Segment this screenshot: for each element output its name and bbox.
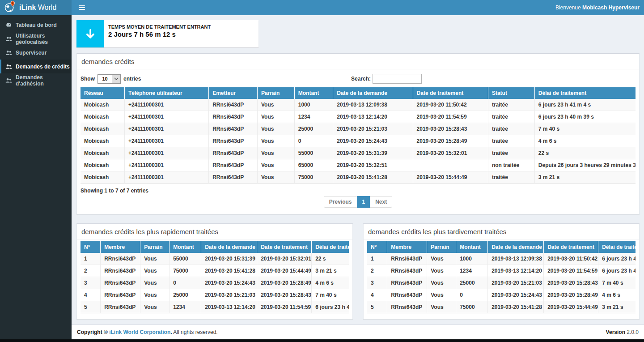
stat-value: 2 Jours 7 h 56 m 12 s xyxy=(108,30,211,38)
table-cell: RRnsi643dP xyxy=(209,135,258,147)
sidebar-item-demandes-adhesion[interactable]: Demandes d'adhésion xyxy=(0,73,72,87)
table-cell: +24111000301 xyxy=(124,99,208,111)
table-row: 2RRnsi643dPVous12342019-03-13 12:14:2020… xyxy=(367,265,636,277)
table-cell: Mobicash xyxy=(80,147,124,159)
table-cell: 55000 xyxy=(294,147,333,159)
latest-treated-panel: demandes crédits les plus tardivement tr… xyxy=(363,223,640,319)
table-cell: 2019-03-20 15:24:43 xyxy=(201,277,257,289)
column-header-n: N° xyxy=(80,241,101,253)
pagination-next-button[interactable]: Next xyxy=(370,196,392,208)
search-label: Search: xyxy=(351,76,371,82)
pagination-page-1-button[interactable]: 1 xyxy=(357,196,371,208)
column-header-date-de-la-demande[interactable]: Date de la demande xyxy=(333,87,413,99)
column-header-montant[interactable]: Montant xyxy=(294,87,333,99)
column-header-parrain[interactable]: Parrain xyxy=(257,87,294,99)
entries-label: entries xyxy=(123,76,141,82)
column-header-emetteur[interactable]: Emetteur xyxy=(209,87,258,99)
sidebar-item-tableau-de-bord[interactable]: Tableau de bord xyxy=(0,18,72,32)
table-cell: 2019-03-20 15:21:03 xyxy=(333,123,413,135)
table-cell: +24111000301 xyxy=(124,135,208,147)
table-cell: Vous xyxy=(257,159,294,171)
table-cell: 2019-03-20 15:28:43 xyxy=(413,123,488,135)
sidebar-item-superviseur[interactable]: Superviseur xyxy=(0,46,72,60)
table-cell: 3 m 21 s xyxy=(534,171,636,184)
table-cell: Vous xyxy=(257,123,294,135)
table-cell: traitée xyxy=(488,123,534,135)
company-link[interactable]: iLink World Corporation xyxy=(109,329,170,335)
column-header-d-lai-de-traitement[interactable]: Délai de traitement xyxy=(534,87,636,99)
sidebar-item-label: Demandes de crédits xyxy=(16,64,70,70)
table-cell: RRnsi643dP xyxy=(387,253,427,265)
table-cell: Vous xyxy=(257,135,294,147)
table-cell: 4 xyxy=(367,289,387,301)
page-length-select[interactable]: 10 xyxy=(97,74,121,84)
table-row: 1RRnsi643dPVous550002019-03-20 15:31:392… xyxy=(80,253,349,265)
column-header-statut[interactable]: Statut xyxy=(488,87,534,99)
table-cell: 3 xyxy=(80,277,101,289)
table-cell: Vous xyxy=(257,147,294,159)
table-cell: 2019-03-20 15:32:51 xyxy=(333,159,413,171)
table-row: Mobicash+24111000301RRnsi643dPVous750002… xyxy=(80,171,636,184)
table-cell xyxy=(413,159,488,171)
table-cell: 25000 xyxy=(169,289,201,301)
table-cell: RRnsi643dP xyxy=(209,147,258,159)
stat-card-temps-moyen: TEMPS MOYEN DE TRAITEMENT ENTRANT 2 Jour… xyxy=(76,20,258,47)
table-cell: 1234 xyxy=(169,301,201,313)
table-cell: Vous xyxy=(140,301,169,313)
table-cell: RRnsi643dP xyxy=(209,123,258,135)
table-cell: RRnsi643dP xyxy=(101,301,140,313)
sidebar-toggle-button[interactable] xyxy=(76,4,88,12)
table-cell: 2019-03-13 12:09:38 xyxy=(488,253,544,265)
table-cell: 2 xyxy=(367,265,387,277)
brand-logo[interactable]: iLink World xyxy=(0,0,72,15)
table-row: Mobicash+24111000301RRnsi643dPVous123420… xyxy=(80,111,636,123)
table-cell: 4 m 6 s xyxy=(312,277,349,289)
table-cell: RRnsi643dP xyxy=(209,171,258,184)
table-cell: 2019-03-20 15:21:03 xyxy=(201,289,257,301)
table-cell: Vous xyxy=(140,265,169,277)
pagination-previous-button[interactable]: Previous xyxy=(324,196,357,208)
panel-title: demandes crédits les plus tardivement tr… xyxy=(364,224,639,239)
column-header-montant: Montant xyxy=(169,241,201,253)
table-cell: 2019-03-20 15:24:43 xyxy=(333,135,413,147)
table-cell: 2019-03-20 11:54:59 xyxy=(257,301,312,313)
sidebar-item-demandes-de-credits[interactable]: Demandes de crédits xyxy=(0,60,72,73)
table-row: Mobicash+24111000301RRnsi643dPVous02019-… xyxy=(80,135,636,147)
table-cell: 22 s xyxy=(312,253,349,265)
table-cell: 2 xyxy=(80,265,101,277)
table-row: 1RRnsi643dPVous10002019-03-13 12:09:3820… xyxy=(367,253,636,265)
fastest-treated-table: N°MembreParrainMontantDate de la demande… xyxy=(80,241,349,313)
column-header-t-l-phone-utilisateur[interactable]: Téléphone utilisateur xyxy=(124,87,208,99)
table-cell: 7 m 40 s xyxy=(598,277,636,289)
table-cell: Vous xyxy=(427,301,456,313)
table-cell: +24111000301 xyxy=(124,123,208,135)
table-cell: traitée xyxy=(488,171,534,184)
sidebar-item-label: Tableau de bord xyxy=(16,22,57,28)
bottom-edge-strip xyxy=(0,339,644,342)
table-cell: 3 m 21 s xyxy=(312,265,349,277)
table-row: Mobicash+24111000301RRnsi643dPVous250002… xyxy=(80,123,636,135)
table-cell: RRnsi643dP xyxy=(209,99,258,111)
table-cell: Vous xyxy=(140,253,169,265)
table-cell: RRnsi643dP xyxy=(101,265,140,277)
users-icon xyxy=(5,50,12,56)
table-cell: 6 jours 23 h 40 m 39 s xyxy=(312,301,349,313)
table-cell: 75000 xyxy=(294,171,333,184)
column-header-membre: Membre xyxy=(387,241,427,253)
table-cell: 4 m 6 s xyxy=(534,135,636,147)
sidebar-item-utilisateurs-geolocalises[interactable]: Utilisateurs géolocalisés xyxy=(0,32,72,46)
table-cell: traitée xyxy=(488,111,534,123)
table-cell: 3 xyxy=(367,277,387,289)
column-header-montant: Montant xyxy=(456,241,488,253)
column-header-date-de-traitement[interactable]: Date de traitement xyxy=(413,87,488,99)
table-row: 3RRnsi643dPVous250002019-03-20 15:21:032… xyxy=(367,277,636,289)
column-header-r-seau[interactable]: Réseau xyxy=(80,87,124,99)
table-cell: 2019-03-20 15:28:49 xyxy=(257,277,312,289)
table-cell: Mobicash xyxy=(80,171,124,184)
table-row: Mobicash+24111000301RRnsi643dPVous650002… xyxy=(80,159,636,171)
sidebar: Tableau de bord Utilisateurs géolocalisé… xyxy=(0,15,72,339)
table-cell: 4 xyxy=(80,289,101,301)
table-cell: 2019-03-20 11:54:59 xyxy=(544,265,598,277)
show-label: Show xyxy=(80,76,95,82)
search-input[interactable] xyxy=(373,74,422,84)
